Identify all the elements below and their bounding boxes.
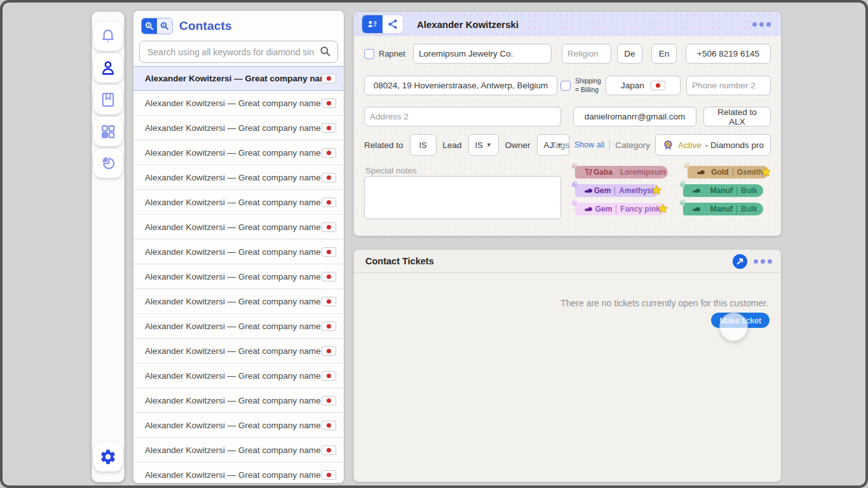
contacts-panel: Contacts Alexander Kowitzersi — Great co… bbox=[133, 10, 344, 484]
contacts-search-input[interactable] bbox=[139, 41, 338, 63]
sidebar-item-notifications[interactable] bbox=[93, 22, 123, 51]
lead-select[interactable]: IS▼ bbox=[468, 134, 499, 156]
tag-icon bbox=[682, 161, 693, 172]
contact-list-item[interactable]: Alexander Kowitzersi — Great company nam… bbox=[133, 339, 344, 363]
rapnet-checkbox[interactable] bbox=[364, 49, 374, 59]
tag-text-a: Gem bbox=[595, 205, 616, 214]
make-ticket-button[interactable]: Make ticket bbox=[711, 313, 770, 328]
japan-flag-badge bbox=[322, 322, 336, 331]
person-icon bbox=[99, 59, 117, 77]
rosette-icon bbox=[662, 139, 674, 151]
contact-list-item[interactable]: Alexander Kowitzersi — Great company nam… bbox=[133, 463, 344, 483]
contact-row-label: Alexander Kowitzersi — Great company nam… bbox=[145, 173, 322, 182]
contacts-search bbox=[139, 41, 338, 63]
tag-pill[interactable]: GabaLoremipsum bbox=[575, 166, 668, 179]
rapnet-field: Rapnet bbox=[364, 44, 405, 64]
contact-detail-header: Alexander Kowitzerski bbox=[354, 12, 781, 36]
red-dot-icon bbox=[327, 126, 331, 130]
sidebar-item-notebook[interactable] bbox=[93, 85, 123, 114]
japan-flag-badge bbox=[322, 470, 336, 480]
category-value: - Diamonds pro bbox=[705, 140, 764, 150]
red-dot-icon bbox=[327, 423, 331, 428]
japan-flag-badge bbox=[322, 445, 336, 455]
relations-row: Related to IS Lead IS▼ Owner AJ▼ bbox=[364, 134, 569, 156]
hand-icon bbox=[692, 205, 702, 213]
tag-pill[interactable]: GoldGsmith bbox=[688, 166, 769, 179]
contact-list-item[interactable]: Alexander Kowitzersi — Great company nam… bbox=[133, 140, 344, 165]
contact-list-item[interactable]: Alexander Kowitzersi — Great company nam… bbox=[133, 116, 344, 140]
category-label: Category bbox=[615, 140, 650, 150]
contact-row-label: Alexander Kowitzersi — Great company nam… bbox=[145, 470, 322, 480]
search-mode-toggle bbox=[141, 18, 173, 34]
hand-icon bbox=[584, 205, 593, 213]
contact-row-label: Alexander Kowitzersi — Great company nam… bbox=[145, 74, 322, 83]
red-dot-icon bbox=[327, 473, 331, 477]
shipping-billing-checkbox[interactable] bbox=[560, 81, 571, 91]
tag-pill[interactable]: GemFancy pink bbox=[575, 203, 666, 215]
contact-list-item[interactable]: Alexander Kowitzersi — Great company nam… bbox=[133, 190, 344, 215]
tag-pill[interactable]: ManufBulk bbox=[683, 184, 763, 197]
contact-list-item[interactable]: Alexander Kowitzersi — Great company nam… bbox=[133, 289, 344, 314]
japan-flag-badge bbox=[322, 198, 336, 207]
contact-list-item[interactable]: Alexander Kowitzersi — Great company nam… bbox=[133, 264, 344, 289]
search-mode-primary-button[interactable] bbox=[142, 18, 157, 34]
sidebar-item-contacts[interactable] bbox=[93, 53, 123, 83]
japan-flag-badge bbox=[322, 74, 336, 83]
contact-list-item[interactable]: Alexander Kowitzersi — Great company nam… bbox=[133, 91, 344, 116]
country-field[interactable]: Japan bbox=[606, 76, 681, 95]
contact-list-item[interactable]: Alexander Kowitzersi — Great company nam… bbox=[133, 438, 344, 463]
category-badge[interactable]: Active - Diamonds pro bbox=[655, 134, 771, 156]
tag-text-a: Gem bbox=[594, 186, 615, 195]
red-dot-icon bbox=[327, 299, 331, 304]
hand-icon bbox=[696, 168, 706, 176]
red-dot-icon bbox=[327, 151, 331, 155]
contact-list-item[interactable]: Alexander Kowitzersi — Great company nam… bbox=[133, 165, 344, 190]
tag-pill[interactable]: GemAmethyst bbox=[575, 184, 660, 197]
gear-icon bbox=[99, 448, 117, 466]
share-button[interactable] bbox=[383, 15, 403, 33]
contact-list-item[interactable]: Alexander Kowitzersi — Great company nam… bbox=[133, 66, 344, 91]
contact-list-item[interactable]: Alexander Kowitzersi — Great company nam… bbox=[133, 240, 344, 264]
contacts-header: Contacts bbox=[133, 11, 344, 37]
religion-input[interactable] bbox=[562, 44, 611, 64]
japan-flag-badge bbox=[322, 98, 336, 108]
contact-list-item[interactable]: Alexander Kowitzersi — Great company nam… bbox=[133, 314, 344, 339]
phone1-input[interactable] bbox=[686, 44, 771, 64]
expand-button[interactable] bbox=[733, 254, 747, 269]
search-mode-secondary-button[interactable] bbox=[157, 18, 172, 34]
company-input[interactable] bbox=[413, 44, 552, 64]
tickets-menu-button[interactable] bbox=[754, 259, 772, 264]
book-icon bbox=[99, 91, 117, 109]
address1-input[interactable] bbox=[364, 76, 557, 95]
star-icon bbox=[651, 185, 662, 196]
language-en-button[interactable]: En bbox=[651, 44, 677, 64]
detail-menu-button[interactable] bbox=[752, 22, 771, 27]
japan-flag-badge bbox=[322, 148, 336, 158]
tag-text-a: Gaba bbox=[593, 168, 616, 177]
tag-pill[interactable]: ManufBulk bbox=[683, 203, 763, 215]
tag-text-b: Bulk bbox=[737, 186, 757, 195]
show-all-link[interactable]: Show all bbox=[574, 140, 604, 149]
special-notes-textarea[interactable] bbox=[364, 176, 561, 219]
contact-list-item[interactable]: Alexander Kowitzersi — Great company nam… bbox=[133, 363, 344, 388]
sidebar bbox=[92, 11, 125, 482]
japan-flag-badge bbox=[322, 371, 336, 381]
contact-row-label: Alexander Kowitzersi — Great company nam… bbox=[145, 222, 322, 232]
address2-input[interactable] bbox=[364, 107, 561, 126]
caret-down-icon: ▼ bbox=[486, 142, 492, 148]
sidebar-item-settings[interactable] bbox=[93, 442, 123, 471]
contact-list-item[interactable]: Alexander Kowitzersi — Great company nam… bbox=[133, 215, 344, 240]
sidebar-item-apps[interactable] bbox=[93, 117, 123, 146]
language-de-button[interactable]: De bbox=[617, 44, 642, 64]
contact-card-button[interactable] bbox=[362, 15, 383, 33]
sidebar-item-reports[interactable] bbox=[93, 149, 123, 178]
phone2-input[interactable] bbox=[686, 76, 771, 95]
tickets-header: Contact Tickets bbox=[354, 250, 781, 273]
search-icon bbox=[319, 45, 332, 60]
divider bbox=[609, 139, 610, 151]
related-to-alx-button[interactable]: Related to ALX bbox=[703, 107, 771, 126]
contact-list-item[interactable]: Alexander Kowitzersi — Great company nam… bbox=[133, 413, 344, 438]
email-input[interactable] bbox=[573, 107, 696, 126]
contact-list-item[interactable]: Alexander Kowitzersi — Great company nam… bbox=[133, 388, 344, 413]
related-to-button[interactable]: IS bbox=[410, 134, 437, 156]
